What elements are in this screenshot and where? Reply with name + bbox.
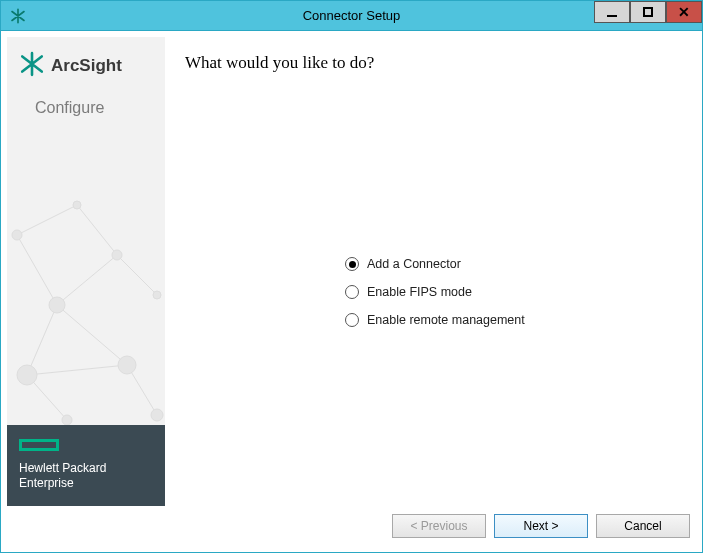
sidebar-top: ArcSight Configure [7, 37, 165, 425]
button-row: < Previous Next > Cancel [7, 506, 696, 546]
sidebar-subtitle: Configure [7, 87, 165, 117]
body-row: ArcSight Configure [7, 37, 696, 506]
radio-icon [345, 257, 359, 271]
svg-line-1 [77, 205, 117, 255]
svg-line-6 [27, 365, 127, 375]
radio-icon [345, 285, 359, 299]
svg-line-0 [17, 205, 77, 235]
app-icon [7, 5, 29, 27]
brand: ArcSight [7, 37, 165, 87]
window-controls: ✕ [594, 1, 702, 30]
svg-point-17 [62, 415, 72, 425]
main-panel: What would you like to do? Add a Connect… [165, 37, 696, 506]
option-add-connector[interactable]: Add a Connector [345, 257, 525, 271]
next-button[interactable]: Next > [494, 514, 588, 538]
option-enable-fips[interactable]: Enable FIPS mode [345, 285, 525, 299]
hpe-logo-icon [19, 439, 59, 451]
wizard-window: Connector Setup ✕ ArcSight [0, 0, 703, 553]
hpe-label-line1: Hewlett Packard [19, 461, 155, 475]
svg-point-13 [49, 297, 65, 313]
svg-point-15 [118, 356, 136, 374]
svg-point-12 [112, 250, 122, 260]
svg-point-14 [17, 365, 37, 385]
svg-point-18 [153, 291, 161, 299]
svg-line-9 [117, 255, 157, 295]
sidebar-footer: Hewlett Packard Enterprise [7, 425, 165, 506]
cancel-button[interactable]: Cancel [596, 514, 690, 538]
svg-line-5 [57, 305, 127, 365]
svg-point-16 [151, 409, 163, 421]
title-bar: Connector Setup ✕ [1, 1, 702, 31]
option-label: Enable FIPS mode [367, 285, 472, 299]
close-button[interactable]: ✕ [666, 1, 702, 23]
option-label: Add a Connector [367, 257, 461, 271]
svg-line-2 [17, 235, 57, 305]
option-enable-remote-management[interactable]: Enable remote management [345, 313, 525, 327]
arcsight-logo-icon [19, 51, 45, 81]
maximize-icon [643, 7, 653, 17]
svg-line-3 [57, 255, 117, 305]
svg-point-10 [12, 230, 22, 240]
previous-button: < Previous [392, 514, 486, 538]
sidebar: ArcSight Configure [7, 37, 165, 506]
svg-point-11 [73, 201, 81, 209]
wizard-question: What would you like to do? [185, 53, 676, 73]
radio-icon [345, 313, 359, 327]
network-decoration-icon [7, 175, 165, 425]
maximize-button[interactable] [630, 1, 666, 23]
option-group: Add a Connector Enable FIPS mode Enable … [345, 257, 525, 341]
client-area: ArcSight Configure [1, 31, 702, 552]
close-icon: ✕ [678, 5, 690, 19]
brand-name: ArcSight [51, 56, 122, 76]
hpe-label-line2: Enterprise [19, 476, 155, 490]
minimize-button[interactable] [594, 1, 630, 23]
minimize-icon [607, 15, 617, 17]
option-label: Enable remote management [367, 313, 525, 327]
svg-line-4 [27, 305, 57, 375]
